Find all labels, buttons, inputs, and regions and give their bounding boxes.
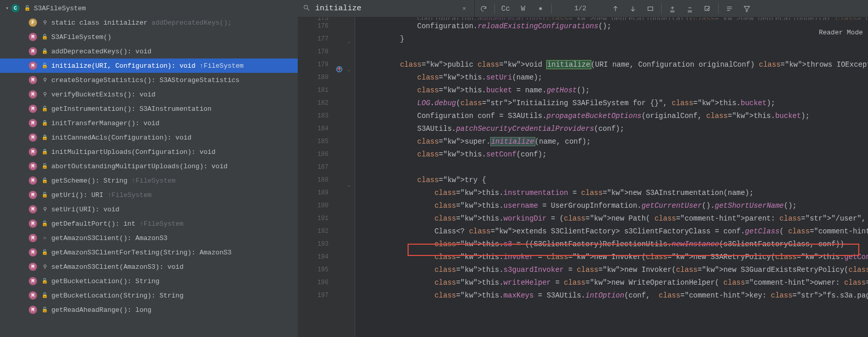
structure-tree: ▾ C 🔓 S3AFileSystem F⚲static class initi…: [0, 0, 298, 317]
open-icon: 🔓: [41, 33, 48, 41]
structure-member[interactable]: M🔓getDefaultPort(): int↑FileSystem: [0, 216, 298, 231]
select-all-button[interactable]: [642, 0, 659, 17]
code-line[interactable]: class="kw">this.invoker = class="kw">new…: [365, 251, 868, 264]
structure-member[interactable]: M🔒initMultipartUploads(Configuration): v…: [0, 145, 298, 159]
override-marker-icon[interactable]: [336, 66, 343, 74]
find-search-box[interactable]: initialize ✕: [298, 0, 475, 17]
member-origin: addDeprecatedKeys();: [151, 19, 232, 27]
code-line[interactable]: class="kw">this.instrumentation = class=…: [365, 187, 868, 200]
structure-member[interactable]: M🔓getReadAheadRange(): long: [0, 303, 298, 317]
code-line[interactable]: class="kw">this.workingDir = (class="kw"…: [365, 212, 868, 225]
structure-member[interactable]: M⚲setAmazonS3Client(AmazonS3): void: [0, 260, 298, 274]
reader-mode-badge: Reader Mode: [814, 27, 868, 38]
code-line[interactable]: class="kw">this.bucket = name.getHost();: [365, 84, 868, 97]
code-line[interactable]: Configuration conf = S3AUtils.propagateB…: [365, 110, 868, 123]
remove-selection-button[interactable]: [681, 0, 699, 17]
tree-root-class[interactable]: ▾ C 🔓 S3AFileSystem: [0, 1, 298, 15]
structure-member[interactable]: M🔓getAmazonS3ClientForTesting(String): A…: [0, 245, 298, 260]
code-line[interactable]: LOG.debug(class="str">"Initializing S3AF…: [365, 97, 868, 110]
member-label: setUri(URI): void: [51, 206, 120, 213]
svg-point-0: [304, 5, 307, 9]
structure-member[interactable]: M⚲verifyBucketExists(): void: [0, 87, 298, 102]
structure-member[interactable]: M🔒initCannedAcls(Configuration): void: [0, 130, 298, 145]
structure-member[interactable]: M⚲createStorageStatistics(): S3AStorageS…: [0, 73, 298, 87]
lock-icon: 🔒: [41, 148, 48, 155]
match-counter: 1/2: [554, 5, 607, 12]
structure-member[interactable]: M🔓getBucketLocation(String): String: [0, 288, 298, 303]
fold-toggle-icon[interactable]: ⌃: [348, 41, 350, 47]
next-match-button[interactable]: [624, 0, 642, 17]
structure-member[interactable]: M🔓getBucketLocation(): String: [0, 274, 298, 288]
member-origin: ↑FileSystem: [131, 177, 176, 185]
open-icon: 🔓: [41, 62, 48, 69]
structure-member[interactable]: M🔓abortOutstandingMultipartUploads(long)…: [0, 159, 298, 173]
open-icon: 🔓: [41, 292, 48, 299]
filter-icon[interactable]: [738, 0, 756, 17]
structure-member[interactable]: M🔓S3AFileSystem(): [0, 30, 298, 44]
code-area[interactable]: Configuration.addDeprecations(class="kw"…: [355, 17, 868, 337]
code-line[interactable]: class="kw">this.setUri(name);: [365, 71, 868, 84]
structure-panel: ▾ C 🔓 S3AFileSystem F⚲static class initi…: [0, 0, 298, 337]
method-icon: M: [29, 263, 37, 271]
method-icon: M: [29, 105, 37, 113]
match-case-button[interactable]: Cc: [497, 0, 514, 17]
structure-member[interactable]: M🔓getUri(): URI↑FileSystem: [0, 188, 298, 202]
code-line[interactable]: [365, 161, 868, 174]
code-line[interactable]: class="kw">this.writeHelper = class="kw"…: [365, 276, 868, 289]
member-label: static class initializer: [51, 19, 147, 27]
member-label: abortOutstandingMultipartUploads(long): …: [51, 163, 227, 170]
code-line[interactable]: Configuration.addDeprecations(class="kw"…: [365, 17, 868, 20]
member-label: getAmazonS3Client(): AmazonS3: [51, 234, 167, 242]
code-line[interactable]: class="kw">try {: [365, 174, 868, 187]
whole-word-button[interactable]: W: [514, 0, 532, 17]
code-line[interactable]: class="kw">this.username = UserGroupInfo…: [365, 200, 868, 212]
code-line[interactable]: S3AUtils.patchSecurityCredentialProvider…: [365, 123, 868, 135]
circle-icon: ○: [41, 234, 48, 242]
more-options-button[interactable]: [721, 0, 738, 17]
structure-member[interactable]: M🔒addDeprecatedKeys(): void: [0, 44, 298, 58]
code-editor[interactable]: 1751761771781791801811821831841851861871…: [298, 17, 868, 337]
structure-member[interactable]: M🔓initialize(URI, Configuration): void↑F…: [0, 58, 298, 73]
code-line[interactable]: class="kw">this.maxKeys = S3AUtils.intOp…: [365, 289, 868, 302]
code-line[interactable]: class="kw">this.setConf(conf);: [365, 148, 868, 161]
method-icon: M: [29, 47, 37, 55]
lock-icon: 🔒: [41, 48, 48, 55]
fold-toggle-icon[interactable]: ⌄: [348, 182, 350, 188]
member-label: setAmazonS3Client(AmazonS3): void: [51, 263, 183, 271]
code-line[interactable]: class="kw">this.s3guardInvoker = class="…: [365, 264, 868, 276]
key-icon: ⚲: [41, 263, 48, 270]
structure-member[interactable]: F⚲static class initializeraddDeprecatedK…: [0, 15, 298, 30]
structure-member[interactable]: M🔒initTransferManager(): void: [0, 116, 298, 130]
refresh-icon[interactable]: [475, 0, 492, 17]
structure-member[interactable]: M○getAmazonS3Client(): AmazonS3: [0, 231, 298, 245]
select-all-occurrences-button[interactable]: [699, 0, 716, 17]
member-label: getDefaultPort(): int: [51, 220, 136, 228]
member-label: getAmazonS3ClientForTesting(String): Ama…: [51, 249, 232, 256]
code-line[interactable]: class="kw">this.s3 = ((S3ClientFactory)R…: [365, 238, 868, 251]
code-line[interactable]: class="kw">public class="kw">void initia…: [365, 58, 868, 71]
prev-match-button[interactable]: [607, 0, 624, 17]
structure-member[interactable]: M⚲setUri(URI): void: [0, 202, 298, 216]
root-label: S3AFileSystem: [34, 5, 86, 12]
code-line[interactable]: [365, 46, 868, 58]
code-line[interactable]: Class<? class="kw">extends S3ClientFacto…: [365, 225, 868, 238]
structure-member[interactable]: M🔓getScheme(): String↑FileSystem: [0, 173, 298, 188]
close-icon[interactable]: ✕: [459, 5, 469, 12]
add-selection-button[interactable]: [664, 0, 681, 17]
find-input[interactable]: initialize: [315, 4, 454, 13]
code-line[interactable]: }: [365, 33, 868, 46]
search-icon: [303, 4, 310, 13]
regex-button[interactable]: ✱: [532, 0, 549, 17]
code-line[interactable]: class="kw">super.initialize(name, conf);: [365, 135, 868, 148]
fold-toggle-icon[interactable]: ⌄: [348, 67, 350, 72]
key-icon: ⚲: [41, 76, 48, 84]
member-label: initialize(URI, Configuration): void: [51, 62, 196, 70]
chevron-down-icon[interactable]: ▾: [3, 5, 11, 11]
method-icon: M: [29, 220, 37, 228]
structure-member[interactable]: M🔓getInstrumentation(): S3AInstrumentati…: [0, 102, 298, 116]
svg-marker-16: [744, 6, 750, 11]
svg-line-1: [307, 8, 310, 10]
method-icon: M: [29, 306, 37, 314]
find-bar: initialize ✕ Cc W ✱ 1/2: [298, 0, 868, 17]
code-line[interactable]: Configuration.reloadExistingConfiguratio…: [365, 20, 868, 33]
